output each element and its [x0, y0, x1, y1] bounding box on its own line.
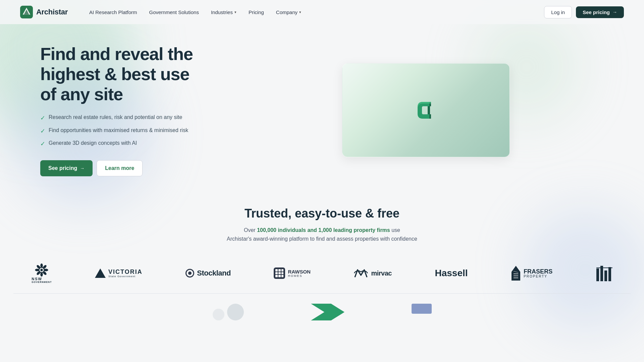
- hero-learn-more-label: Learn more: [105, 165, 134, 171]
- rawson-text: RAWSON HOMES: [288, 269, 311, 278]
- svg-rect-21: [604, 270, 607, 281]
- nav-ai-research[interactable]: AI Research Platform: [84, 7, 143, 18]
- bottom-left-shapes: [213, 304, 244, 320]
- nsw-flower-icon: [34, 263, 49, 277]
- bottom-right-shape: [412, 304, 432, 314]
- hero-feature-3-text: Generate 3D design concepts with AI: [49, 139, 137, 147]
- navbar: Archistar AI Research Platform Governmen…: [0, 0, 644, 24]
- victoria-triangle-icon: [95, 268, 106, 278]
- logo-icon: [20, 6, 33, 18]
- hero-learn-more-button[interactable]: Learn more: [97, 160, 143, 176]
- hassell-text: Hassell: [435, 268, 468, 279]
- hero-card: [342, 63, 510, 157]
- trusted-subtitle-after: use: [390, 227, 400, 233]
- nav-actions: Log in See pricing →: [544, 6, 624, 18]
- checkmark-icon-2: ✓: [40, 127, 45, 135]
- hero-visual: [228, 63, 624, 157]
- hero-see-pricing-button[interactable]: See pricing →: [40, 160, 93, 176]
- partner-logo-victoria: VICTORIA State Government: [95, 263, 143, 283]
- partner-logo-stockland: Stockland: [185, 263, 231, 283]
- mirvac-bird-icon: [354, 266, 368, 280]
- svg-rect-19: [596, 268, 599, 281]
- placeholder-circle: [227, 304, 244, 320]
- partner-logo-partial: [596, 263, 612, 283]
- nsw-label: NSW GOVERNMENT: [32, 277, 52, 283]
- svg-point-7: [44, 269, 48, 271]
- partner-logo-strip: NSW GOVERNMENT VICTORIA State Government…: [0, 253, 644, 293]
- partner-logo-nsw: NSW GOVERNMENT: [32, 263, 52, 283]
- nav-industries-label: Industries: [211, 9, 233, 15]
- hero-feature-1: ✓ Research real estate rules, risk and p…: [40, 114, 208, 122]
- nav-see-pricing-label: See pricing: [583, 9, 610, 15]
- victoria-text: VICTORIA State Government: [108, 269, 143, 278]
- nav-links: AI Research Platform Government Solution…: [84, 7, 544, 18]
- nav-pricing[interactable]: Pricing: [243, 7, 269, 18]
- trusted-subtitle-before: Over: [244, 227, 257, 233]
- trusted-subtitle-link[interactable]: 100,000 individuals and 1,000 leading pr…: [257, 227, 390, 233]
- nav-pricing-label: Pricing: [249, 9, 264, 15]
- bottom-right-element: [412, 304, 432, 314]
- stockland-inner-icon: [188, 272, 192, 275]
- arrow-right-icon: →: [612, 9, 617, 15]
- chevron-down-icon-company: ▾: [299, 10, 301, 14]
- svg-point-5: [41, 272, 43, 277]
- svg-rect-22: [608, 267, 611, 281]
- hero-section: Find and reveal the highest & best use o…: [0, 24, 644, 190]
- arrow-right-icon-hero: →: [80, 166, 85, 171]
- partner-logo-rawson: RAWSON HOMES: [274, 263, 311, 283]
- stockland-text: Stockland: [197, 269, 231, 278]
- nav-see-pricing-button[interactable]: See pricing →: [576, 6, 624, 18]
- nav-company-label: Company: [276, 9, 298, 15]
- card-logo-icon: [413, 97, 439, 124]
- hero-title: Find and reveal the highest & best use o…: [40, 44, 208, 104]
- nav-company[interactable]: Company ▾: [271, 7, 307, 18]
- brand-name: Archistar: [36, 8, 68, 16]
- checkmark-icon-3: ✓: [40, 140, 45, 148]
- mirvac-text: mirvac: [371, 269, 392, 277]
- partial-logo-icon: [596, 265, 612, 281]
- bottom-center-element: [311, 304, 344, 320]
- checkmark-icon-1: ✓: [40, 114, 45, 122]
- stockland-circle-icon: [185, 269, 194, 278]
- hero-content: Find and reveal the highest & best use o…: [40, 44, 208, 176]
- hero-feature-2-text: Find opportunities with maximised return…: [49, 127, 188, 134]
- green-arrow-logo-icon: [311, 304, 344, 320]
- bottom-section: [0, 294, 644, 330]
- trusted-subtitle-line2: Archistar's award-winning platform to fi…: [227, 236, 417, 242]
- logo-link[interactable]: Archistar: [20, 6, 68, 18]
- trusted-subtitle: Over 100,000 individuals and 1,000 leadi…: [20, 226, 624, 243]
- nav-government[interactable]: Government Solutions: [144, 7, 204, 18]
- frasers-building-icon: [511, 265, 521, 281]
- rawson-grid-icon: [274, 267, 285, 279]
- svg-marker-24: [311, 304, 344, 320]
- hero-features-list: ✓ Research real estate rules, risk and p…: [40, 114, 208, 148]
- partner-logo-hassell: Hassell: [435, 263, 468, 283]
- nav-government-label: Government Solutions: [149, 9, 199, 15]
- placeholder-circle-small: [213, 309, 224, 320]
- frasers-text: FRASERS PROPERTY: [524, 268, 552, 278]
- svg-point-6: [35, 269, 40, 271]
- hero-buttons: See pricing → Learn more: [40, 160, 208, 176]
- hero-see-pricing-label: See pricing: [48, 165, 77, 171]
- trusted-title: Trusted, easy-to-use & free: [20, 206, 624, 221]
- login-button[interactable]: Log in: [544, 6, 572, 18]
- svg-point-13: [41, 269, 43, 271]
- svg-marker-14: [512, 266, 520, 281]
- partner-logo-frasers: FRASERS PROPERTY: [511, 263, 552, 283]
- bottom-left-placeholder: [213, 304, 244, 320]
- hero-feature-3: ✓ Generate 3D design concepts with AI: [40, 139, 208, 148]
- trusted-section: Trusted, easy-to-use & free Over 100,000…: [0, 190, 644, 253]
- nav-ai-research-label: AI Research Platform: [89, 9, 137, 15]
- chevron-down-icon: ▾: [234, 10, 236, 14]
- nav-industries[interactable]: Industries ▾: [206, 7, 242, 18]
- svg-point-4: [41, 263, 43, 268]
- hero-feature-2: ✓ Find opportunities with maximised retu…: [40, 127, 208, 135]
- partner-logo-mirvac: mirvac: [354, 263, 392, 283]
- hero-feature-1-text: Research real estate rules, risk and pot…: [49, 114, 182, 121]
